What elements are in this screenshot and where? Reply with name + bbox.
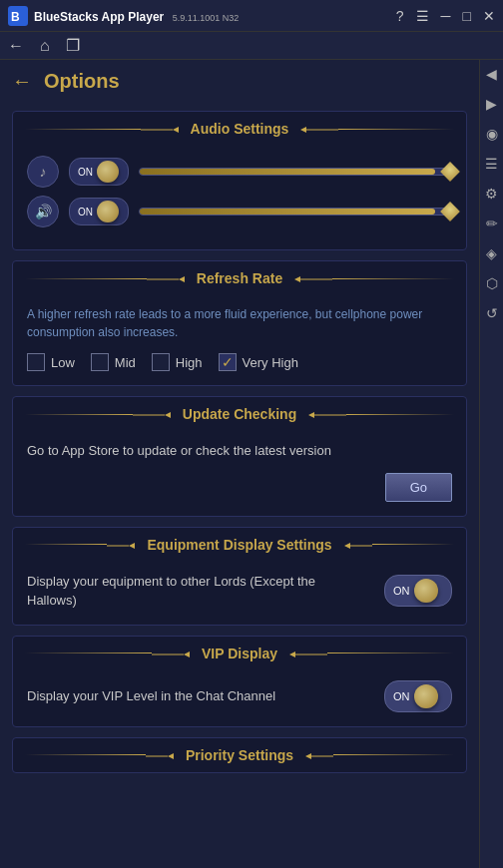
- music-slider-fill: [140, 169, 435, 175]
- back-button[interactable]: ←: [12, 70, 32, 93]
- vip-description: Display your VIP Level in the Chat Chann…: [27, 686, 368, 706]
- audio-deco-right: [298, 120, 338, 138]
- equipment-toggle-thumb: [414, 579, 438, 603]
- minimize-icon[interactable]: ─: [441, 8, 451, 24]
- go-button[interactable]: Go: [385, 473, 452, 502]
- refresh-option-low[interactable]: Low: [27, 353, 75, 371]
- equip-deco-right: [342, 536, 372, 554]
- refresh-rate-section: Refresh Rate A higher refresh rate leads…: [12, 260, 467, 386]
- refresh-rate-body: A higher refresh rate leads to a more fl…: [13, 295, 466, 385]
- refresh-checkbox-mid[interactable]: [91, 353, 109, 371]
- maximize-icon[interactable]: □: [463, 8, 471, 24]
- svg-marker-23: [168, 753, 174, 759]
- audio-settings-body: ♪ ON 🔊 ON: [13, 146, 466, 249]
- vip-toggle-row: Display your VIP Level in the Chat Chann…: [27, 680, 452, 712]
- svg-marker-24: [305, 753, 311, 759]
- refresh-rate-options: Low Mid High ✓ Very High: [27, 353, 452, 371]
- vip-toggle[interactable]: ON: [384, 680, 452, 712]
- sidebar-icon-5[interactable]: ⚙: [485, 186, 498, 202]
- sfx-row: 🔊 ON: [27, 196, 452, 227]
- sidebar-icon-4[interactable]: ☰: [485, 156, 498, 172]
- app-logo: B: [8, 6, 28, 26]
- window-controls: ? ☰ ─ □ ✕: [396, 8, 495, 24]
- music-row: ♪ ON: [27, 156, 452, 188]
- sidebar-icon-3[interactable]: ◉: [486, 126, 498, 142]
- music-toggle-thumb: [97, 161, 119, 183]
- svg-marker-11: [165, 412, 171, 418]
- svg-marker-8: [294, 276, 300, 282]
- audio-deco-left: [141, 120, 181, 138]
- svg-marker-12: [308, 412, 314, 418]
- sidebar-icon-6[interactable]: ✏: [486, 216, 498, 231]
- priority-settings-title: Priority Settings: [186, 747, 293, 763]
- refresh-label-very-high: Very High: [243, 355, 298, 370]
- vip-display-section: VIP Display Display your VIP Level in th…: [12, 636, 467, 727]
- sidebar-icon-1[interactable]: ◀: [486, 66, 497, 82]
- page-title: Options: [44, 70, 120, 93]
- refresh-label-low: Low: [51, 355, 75, 370]
- refresh-rate-header: Refresh Rate: [13, 261, 466, 295]
- nav-bar: ← ⌂ ❐: [0, 32, 503, 60]
- sfx-icon: 🔊: [27, 196, 59, 227]
- sfx-slider[interactable]: [139, 208, 452, 216]
- svg-marker-7: [179, 276, 185, 282]
- music-slider-thumb: [440, 162, 460, 182]
- equipment-display-title: Equipment Display Settings: [147, 537, 331, 553]
- back-nav-icon[interactable]: ←: [8, 37, 24, 55]
- equipment-description: Display your equipment to other Lords (E…: [27, 572, 368, 611]
- refresh-label-high: High: [176, 355, 203, 370]
- main-panel: ← Options Audio Settings ♪ ON: [0, 60, 479, 868]
- music-slider[interactable]: [139, 168, 452, 176]
- content-area: ← Options Audio Settings ♪ ON: [0, 60, 503, 868]
- vip-display-header: VIP Display: [13, 637, 466, 670]
- audio-settings-header: Audio Settings: [13, 112, 466, 146]
- equip-deco-left: [107, 536, 137, 554]
- svg-marker-4: [300, 127, 306, 133]
- refresh-checkbox-very-high[interactable]: ✓: [219, 353, 237, 371]
- update-description: Go to App Store to update or check the l…: [27, 441, 452, 461]
- top-bar: B BlueStacks App Player 5.9.11.1001 N32 …: [0, 0, 503, 32]
- svg-marker-16: [344, 543, 350, 549]
- equipment-toggle-row: Display your equipment to other Lords (E…: [27, 572, 452, 611]
- close-icon[interactable]: ✕: [483, 8, 495, 24]
- refresh-option-mid[interactable]: Mid: [91, 353, 136, 371]
- equipment-toggle[interactable]: ON: [384, 575, 452, 607]
- music-icon: ♪: [27, 156, 59, 188]
- refresh-option-very-high[interactable]: ✓ Very High: [219, 353, 298, 371]
- priority-settings-header: Priority Settings: [13, 738, 466, 772]
- refresh-description: A higher refresh rate leads to a more fl…: [27, 305, 452, 341]
- equipment-display-body: Display your equipment to other Lords (E…: [13, 562, 466, 625]
- sidebar-icon-7[interactable]: ◈: [486, 245, 497, 261]
- refresh-checkbox-high[interactable]: [152, 353, 170, 371]
- sfx-toggle[interactable]: ON: [69, 198, 129, 225]
- sidebar-icon-8[interactable]: ⬡: [486, 275, 498, 291]
- sfx-slider-fill: [140, 209, 435, 215]
- page-header: ← Options: [12, 70, 467, 99]
- svg-marker-3: [173, 127, 179, 133]
- update-deco-left: [133, 405, 173, 423]
- window-nav-icon[interactable]: ❐: [66, 36, 80, 55]
- refresh-checkbox-low[interactable]: [27, 353, 45, 371]
- music-toggle[interactable]: ON: [69, 158, 129, 186]
- refresh-deco-left: [147, 269, 187, 287]
- update-checking-header: Update Checking: [13, 397, 466, 431]
- update-deco-right: [306, 405, 346, 423]
- checkmark-icon: ✓: [222, 354, 234, 370]
- sidebar-icon-2[interactable]: ▶: [486, 96, 497, 112]
- vip-display-title: VIP Display: [202, 646, 277, 661]
- equipment-display-section: Equipment Display Settings Display your …: [12, 527, 467, 626]
- refresh-option-high[interactable]: High: [152, 353, 203, 371]
- home-nav-icon[interactable]: ⌂: [40, 37, 50, 55]
- priority-settings-section: Priority Settings: [12, 737, 467, 773]
- vip-deco-right: [287, 645, 327, 662]
- vip-display-body: Display your VIP Level in the Chat Chann…: [13, 670, 466, 726]
- equipment-display-header: Equipment Display Settings: [13, 528, 466, 562]
- menu-icon[interactable]: ☰: [416, 8, 429, 24]
- update-checking-title: Update Checking: [183, 406, 296, 422]
- right-sidebar: ◀ ▶ ◉ ☰ ⚙ ✏ ◈ ⬡ ↺: [479, 60, 503, 868]
- priority-deco-left: [146, 746, 176, 764]
- help-icon[interactable]: ?: [396, 8, 404, 24]
- svg-marker-19: [184, 651, 190, 657]
- sidebar-icon-9[interactable]: ↺: [486, 305, 498, 321]
- sfx-toggle-thumb: [97, 201, 119, 222]
